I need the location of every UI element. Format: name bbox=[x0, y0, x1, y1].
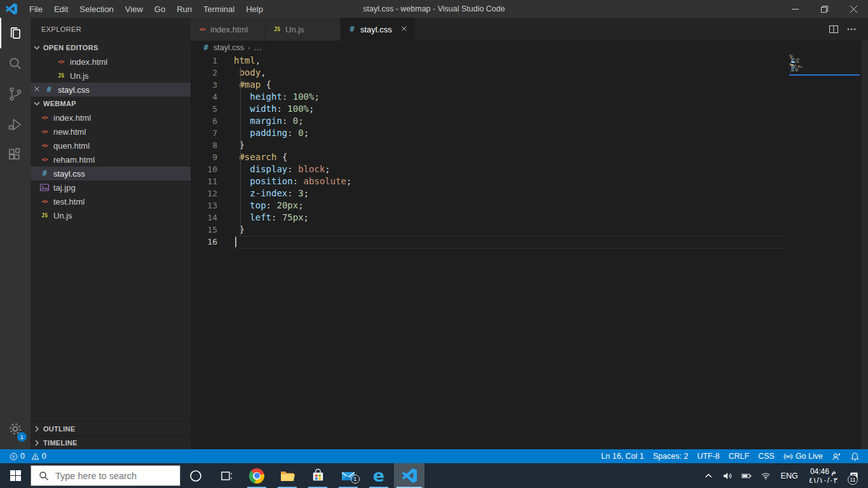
workspace-header[interactable]: WEBMAP bbox=[31, 97, 191, 111]
code-line-9[interactable]: 9 #search { bbox=[191, 151, 788, 163]
code-line-7[interactable]: 7 padding: 0; bbox=[191, 127, 788, 139]
code-line-14[interactable]: 14 left: 75px; bbox=[191, 212, 788, 224]
close-icon[interactable] bbox=[400, 24, 410, 34]
activity-explorer[interactable] bbox=[0, 18, 31, 48]
code-line-12[interactable]: 12 z-index: 3; bbox=[191, 187, 788, 200]
minimap[interactable] bbox=[789, 55, 860, 93]
line-number: 14 bbox=[191, 212, 234, 224]
taskbar-app-chrome[interactable] bbox=[241, 463, 272, 488]
code-line-8[interactable]: 8 } bbox=[191, 139, 788, 151]
code-line-3[interactable]: 3 #map { bbox=[191, 79, 788, 91]
indentation-setting[interactable]: Spaces: 2 bbox=[649, 449, 693, 463]
extensions-icon bbox=[7, 147, 24, 163]
menu-file[interactable]: File bbox=[24, 0, 48, 18]
close-window-button[interactable] bbox=[839, 0, 868, 18]
activity-settings[interactable]: 1 bbox=[0, 414, 31, 444]
window-controls bbox=[780, 0, 868, 18]
code-line-11[interactable]: 11 position: absolute; bbox=[191, 175, 788, 187]
code-line-10[interactable]: 10 display: block; bbox=[191, 163, 788, 175]
language-indicator[interactable]: ENG bbox=[775, 463, 804, 488]
feedback-button[interactable] bbox=[827, 449, 846, 463]
split-editor-icon[interactable] bbox=[825, 21, 843, 37]
file-index.html[interactable]: <>index.html bbox=[31, 55, 191, 69]
file-stayl.css[interactable]: #stayl.css bbox=[31, 83, 191, 97]
file-Un.js[interactable]: JSUn.js bbox=[31, 208, 191, 222]
tab-stayl.css[interactable]: #stayl.css bbox=[341, 18, 416, 41]
file-quen.html[interactable]: <>quen.html bbox=[31, 139, 191, 152]
js-file-icon: JS bbox=[39, 210, 50, 220]
clock[interactable]: 04:46 م ٤١/١٠/٠٣ bbox=[804, 463, 843, 488]
code-line-4[interactable]: 4 height: 100%; bbox=[191, 91, 788, 103]
file-taj.jpg[interactable]: taj.jpg bbox=[31, 180, 191, 194]
volume-button[interactable] bbox=[718, 463, 737, 488]
taskbar-search[interactable] bbox=[31, 465, 180, 486]
language-mode[interactable]: CSS bbox=[754, 449, 779, 463]
code-line-5[interactable]: 5 width: 100%; bbox=[191, 103, 788, 115]
activity-source-control[interactable] bbox=[0, 79, 31, 109]
code-editor[interactable]: 1html,2 body,3 #map {4 height: 100%;5 wi… bbox=[191, 55, 788, 248]
taskbar-app-store[interactable] bbox=[302, 463, 333, 488]
line-number: 11 bbox=[191, 175, 234, 187]
debug-icon bbox=[7, 116, 24, 133]
menu-selection[interactable]: Selection bbox=[74, 0, 119, 18]
go-live-button[interactable]: Go Live bbox=[779, 449, 827, 463]
battery-button[interactable] bbox=[737, 463, 756, 488]
section-timeline[interactable]: TIMELINE bbox=[31, 435, 191, 449]
line-text: html, bbox=[234, 55, 261, 67]
menu-run[interactable]: Run bbox=[171, 0, 198, 18]
code-line-2[interactable]: 2 body, bbox=[191, 67, 788, 79]
network-button[interactable] bbox=[756, 463, 775, 488]
action-center-button[interactable]: 11 bbox=[843, 463, 868, 488]
file-reham.html[interactable]: <>reham.html bbox=[31, 152, 191, 166]
code-line-6[interactable]: 6 margin: 0; bbox=[191, 115, 788, 127]
minimize-button[interactable] bbox=[780, 0, 810, 18]
taskbar-app-edge[interactable]: e bbox=[363, 463, 394, 488]
close-icon[interactable] bbox=[32, 85, 43, 95]
tray-chevron-button[interactable] bbox=[699, 463, 718, 488]
file-stayl.css[interactable]: #stayl.css bbox=[31, 166, 191, 180]
taskbar-app-mail[interactable]: 1 bbox=[333, 463, 363, 488]
code-line-15[interactable]: 15 } bbox=[191, 224, 788, 236]
cursor-position[interactable]: Ln 16, Col 1 bbox=[597, 449, 648, 463]
open-editors-header[interactable]: OPEN EDITORS bbox=[31, 41, 191, 55]
restore-button[interactable] bbox=[810, 0, 839, 18]
eol-setting[interactable]: CRLF bbox=[724, 449, 754, 463]
file-Un.js[interactable]: JSUn.js bbox=[31, 69, 191, 83]
breadcrumb[interactable]: # stayl.css › … bbox=[191, 41, 262, 55]
activity-run-debug[interactable] bbox=[0, 109, 31, 140]
encoding-setting[interactable]: UTF-8 bbox=[693, 449, 724, 463]
taskbar-app-file-explorer[interactable] bbox=[272, 463, 302, 488]
search-input[interactable] bbox=[55, 471, 170, 481]
menu-go[interactable]: Go bbox=[149, 0, 171, 18]
activity-search[interactable] bbox=[0, 48, 31, 79]
problems-indicator[interactable]: 0 0 bbox=[5, 449, 51, 463]
code-line-1[interactable]: 1html, bbox=[191, 55, 788, 67]
minimap-line-mark bbox=[795, 69, 797, 70]
editor-scrollbar[interactable] bbox=[862, 41, 868, 449]
file-name: quen.html bbox=[53, 141, 90, 151]
file-test.html[interactable]: <>test.html bbox=[31, 194, 191, 208]
tab-Un.js[interactable]: JSUn.js bbox=[266, 18, 341, 41]
task-view-button[interactable] bbox=[211, 463, 241, 488]
menu-terminal[interactable]: Terminal bbox=[198, 0, 240, 18]
menu-help[interactable]: Help bbox=[240, 0, 269, 18]
cortana-button[interactable] bbox=[180, 463, 211, 488]
open-editors-section: OPEN EDITORS<>index.htmlJSUn.js#stayl.cs… bbox=[31, 41, 191, 97]
menu-edit[interactable]: Edit bbox=[48, 0, 74, 18]
code-line-13[interactable]: 13 top: 20px; bbox=[191, 200, 788, 212]
taskbar-app-vscode[interactable] bbox=[394, 463, 424, 488]
file-index.html[interactable]: <>index.html bbox=[31, 111, 191, 125]
notifications-bell[interactable] bbox=[846, 449, 864, 463]
breadcrumb-ellipsis[interactable]: … bbox=[254, 43, 262, 52]
file-new.html[interactable]: <>new.html bbox=[31, 125, 191, 139]
more-actions-icon[interactable] bbox=[843, 21, 860, 37]
menu-view[interactable]: View bbox=[119, 0, 149, 18]
tab-index.html[interactable]: <>index.html bbox=[191, 18, 266, 41]
section-outline[interactable]: OUTLINE bbox=[31, 421, 191, 435]
line-number: 3 bbox=[191, 79, 234, 91]
activity-extensions[interactable] bbox=[0, 140, 31, 170]
breadcrumb-file[interactable]: stayl.css bbox=[214, 43, 244, 52]
code-line-16[interactable]: 16 bbox=[191, 236, 788, 248]
line-number: 7 bbox=[191, 127, 234, 139]
start-button[interactable] bbox=[0, 463, 31, 488]
